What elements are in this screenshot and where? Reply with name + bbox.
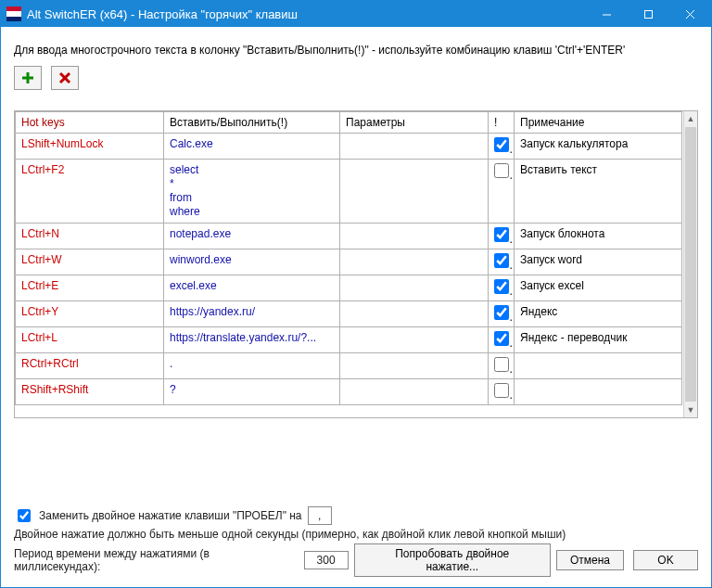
window-controls [586,1,711,27]
row-flag-checkbox[interactable] [494,357,509,372]
titlebar: Alt SwitchER (x64) - Настройка "горячих"… [1,1,711,27]
hint-text: Для ввода многострочного текста в колонк… [14,44,698,57]
cell-hotkey[interactable]: LCtrl+W [16,249,164,275]
row-flag-checkbox[interactable] [494,163,509,178]
cell-insert[interactable]: Calc.exe [164,134,340,160]
app-icon [6,6,21,21]
cell-insert[interactable]: notepad.exe [164,224,340,249]
cell-insert[interactable]: winword.exe [164,249,340,275]
cell-flag [489,353,515,379]
cell-flag [489,379,515,405]
cell-insert[interactable]: ? [164,379,340,405]
delete-button[interactable] [51,66,79,90]
cell-flag [489,301,515,327]
cell-flag [489,275,515,301]
cell-insert[interactable]: https://yandex.ru/ [164,301,340,327]
cancel-button[interactable]: Отмена [556,550,624,570]
interval-label: Период времени между нажатиями (в миллис… [14,547,299,573]
cell-flag [489,249,515,275]
cell-note[interactable]: Яндекс - переводчик [515,327,682,353]
client-area: Для ввода многострочного текста в колонк… [1,27,711,587]
close-button[interactable] [669,1,711,27]
cell-hotkey[interactable]: RCtrl+RCtrl [16,353,164,379]
table-row[interactable]: LCtrl+Lhttps://translate.yandex.ru/?...Я… [16,327,682,353]
replace-double-space-value[interactable]: , [308,506,332,525]
cell-insert[interactable]: select * from where [164,160,340,224]
cell-params[interactable] [340,275,489,301]
cell-params[interactable] [340,301,489,327]
add-button[interactable] [14,66,42,90]
col-hotkeys[interactable]: Hot keys [16,112,164,134]
table-row[interactable]: LCtrl+F2select * from whereВставить текс… [16,160,682,224]
cell-note[interactable]: Запуск блокнота [515,224,682,249]
vertical-scrollbar[interactable]: ▲ ▼ [683,111,697,417]
row-flag-checkbox[interactable] [494,305,509,320]
scroll-up-icon[interactable]: ▲ [684,111,697,126]
toolbar [14,66,698,90]
replace-double-space-label: Заменить двойное нажатие клавиши "ПРОБЕЛ… [39,509,302,522]
col-flag[interactable]: ! [489,112,515,134]
cell-params[interactable] [340,134,489,160]
cell-hotkey[interactable]: LCtrl+E [16,275,164,301]
try-double-press-button[interactable]: Попробовать двойное нажатие... [354,543,551,577]
table-row[interactable]: RCtrl+RCtrl. [16,353,682,379]
cell-hotkey[interactable]: LCtrl+N [16,224,164,249]
plus-icon [20,70,35,85]
cell-note[interactable]: Запуск excel [515,275,682,301]
cell-note[interactable]: Яндекс [515,301,682,327]
replace-double-space-checkbox[interactable] [18,509,31,522]
table-row[interactable]: RShift+RShift? [16,379,682,405]
cell-note[interactable] [515,379,682,405]
cell-params[interactable] [340,379,489,405]
table-row[interactable]: LShift+NumLockCalc.exeЗапуск калькулятор… [16,134,682,160]
row-flag-checkbox[interactable] [494,227,509,242]
hotkeys-grid[interactable]: Hot keys Вставить/Выполнить(!) Параметры… [14,110,698,418]
cell-insert[interactable]: https://translate.yandex.ru/?... [164,327,340,353]
cell-flag [489,327,515,353]
cell-params[interactable] [340,224,489,249]
row-flag-checkbox[interactable] [494,253,509,268]
cell-hotkey[interactable]: LCtrl+F2 [16,160,164,224]
interval-input[interactable]: 300 [304,551,349,569]
ok-button[interactable]: OK [633,550,698,570]
cell-params[interactable] [340,353,489,379]
minimize-button[interactable] [586,1,628,27]
scroll-down-icon[interactable]: ▼ [684,403,697,417]
double-press-hint: Двойное нажатие должно быть меньше одной… [14,528,566,541]
maximize-button[interactable] [628,1,669,27]
cell-flag [489,134,515,160]
cell-hotkey[interactable]: LShift+NumLock [16,134,164,160]
scroll-thumb[interactable] [685,127,696,402]
window-title: Alt SwitchER (x64) - Настройка "горячих"… [27,7,586,21]
cell-note[interactable] [515,353,682,379]
row-flag-checkbox[interactable] [494,383,509,398]
table-row[interactable]: LCtrl+Wwinword.exeЗапуск word [16,249,682,275]
cell-hotkey[interactable]: LCtrl+Y [16,301,164,327]
table-header-row: Hot keys Вставить/Выполнить(!) Параметры… [16,112,682,134]
cell-note[interactable]: Запуск калькулятора [515,134,682,160]
col-insert[interactable]: Вставить/Выполнить(!) [164,112,340,134]
cell-params[interactable] [340,249,489,275]
cell-flag [489,224,515,249]
x-icon [57,70,72,85]
cell-insert[interactable]: . [164,353,340,379]
table-row[interactable]: LCtrl+Nnotepad.exeЗапуск блокнота [16,224,682,249]
table-row[interactable]: LCtrl+Yhttps://yandex.ru/Яндекс [16,301,682,327]
col-params[interactable]: Параметры [340,112,489,134]
cell-params[interactable] [340,160,489,224]
cell-note[interactable]: Запуск word [515,249,682,275]
footer: Заменить двойное нажатие клавиши "ПРОБЕЛ… [14,504,698,580]
row-flag-checkbox[interactable] [494,331,509,346]
cell-params[interactable] [340,327,489,353]
row-flag-checkbox[interactable] [494,279,509,294]
cell-note[interactable]: Вставить текст [515,160,682,224]
window: Alt SwitchER (x64) - Настройка "горячих"… [0,0,712,588]
cell-hotkey[interactable]: RShift+RShift [16,379,164,405]
row-flag-checkbox[interactable] [494,137,509,152]
svg-rect-1 [645,10,653,18]
col-note[interactable]: Примечание [515,112,682,134]
cell-flag [489,160,515,224]
cell-insert[interactable]: excel.exe [164,275,340,301]
cell-hotkey[interactable]: LCtrl+L [16,327,164,353]
table-row[interactable]: LCtrl+Eexcel.exeЗапуск excel [16,275,682,301]
